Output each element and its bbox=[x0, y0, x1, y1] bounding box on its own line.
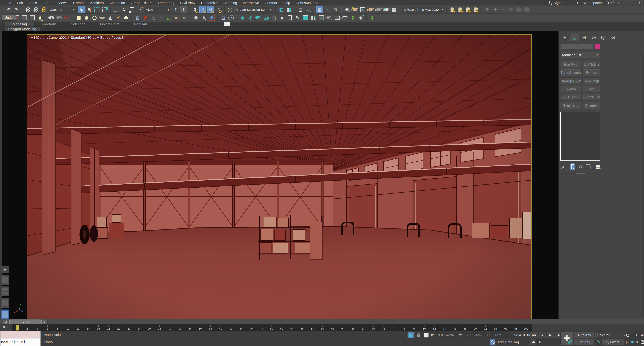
flower-icon[interactable]: ✳ bbox=[158, 14, 164, 21]
sphere-light-icon[interactable] bbox=[83, 14, 90, 21]
spinner-snap-toggle[interactable]: ⇅ bbox=[215, 6, 222, 13]
select-and-place-alt-icon[interactable]: ↥ bbox=[180, 6, 187, 13]
zoom-region-tool[interactable]: ✎ bbox=[635, 339, 640, 345]
menu-item[interactable]: Views bbox=[55, 1, 70, 5]
hf-fur-icon[interactable]: HF bbox=[173, 14, 180, 21]
render-setup-button[interactable]: ⚙ bbox=[351, 6, 358, 13]
capsule-icon[interactable] bbox=[142, 14, 149, 21]
menu-item[interactable]: File bbox=[3, 1, 14, 5]
lister-icon[interactable]: ▤ bbox=[220, 14, 227, 21]
script-open-icon[interactable] bbox=[457, 6, 464, 13]
select-and-move-icon[interactable]: ↔↕ bbox=[113, 6, 120, 13]
layout-flyout-button[interactable]: ▶ bbox=[1, 266, 9, 273]
disc-light-icon[interactable] bbox=[91, 14, 98, 21]
go-to-start-button[interactable]: |◀◀ bbox=[530, 332, 538, 338]
script-pin-icon[interactable] bbox=[472, 6, 480, 13]
displace-object-icon[interactable] bbox=[208, 14, 215, 21]
corona-proxy-icon[interactable]: ▤▲ bbox=[270, 14, 278, 21]
undo-button[interactable]: ↶ bbox=[5, 6, 12, 13]
modifier-preset-button[interactable]: TurboSmooth bbox=[560, 69, 581, 76]
modifier-preset-button[interactable]: Sweep bbox=[560, 86, 581, 92]
snap-toggle-3d[interactable]: 3 bbox=[192, 6, 198, 13]
previous-frame-button[interactable]: ◀ bbox=[3, 320, 8, 324]
scene-explorer-toggle[interactable]: ▤ bbox=[297, 6, 304, 13]
menu-item[interactable]: Interactive bbox=[240, 1, 262, 5]
next-frame-button[interactable]: ▶ bbox=[42, 320, 48, 324]
corona-quad-window-icon[interactable] bbox=[310, 14, 317, 21]
rendered-frame-window-button[interactable] bbox=[359, 6, 366, 13]
unlink-selection-icon[interactable] bbox=[32, 6, 39, 13]
orbit-tool[interactable]: ↻ bbox=[635, 332, 640, 339]
key-filters-button[interactable]: Key Filters... bbox=[602, 339, 624, 345]
pin-stack-button[interactable] bbox=[561, 163, 566, 170]
rectangular-selection-region-icon[interactable] bbox=[94, 6, 100, 13]
modifier-stack[interactable] bbox=[560, 112, 600, 161]
ellipse-light-icon[interactable] bbox=[122, 14, 130, 21]
bind-to-spacewarp-icon[interactable]: ≋ bbox=[40, 6, 47, 13]
panel-grip[interactable] bbox=[559, 32, 644, 33]
corona-vfb-icon[interactable]: ▶ bbox=[318, 14, 325, 21]
set-key-button[interactable]: Set Key bbox=[574, 339, 594, 345]
schematic-view-button[interactable]: ▦↓ bbox=[332, 6, 339, 13]
maximize-viewport-toggle[interactable] bbox=[640, 339, 644, 345]
teapot-object-icon[interactable] bbox=[99, 14, 106, 21]
vray-update-chevrons-icon[interactable]: ∨∨ bbox=[368, 14, 376, 21]
zoom-tool[interactable] bbox=[625, 332, 630, 339]
auto-key-button[interactable]: Auto Key bbox=[574, 332, 594, 338]
render-in-cloud-button[interactable]: ☁ bbox=[383, 6, 390, 13]
camera-viewport[interactable]: [ + ] [CoronaCamera001 ] [Standard ] [Cl… bbox=[27, 34, 532, 319]
sphere-object-icon[interactable] bbox=[192, 14, 200, 21]
listener-pane[interactable]: MAXScript Mi bbox=[0, 339, 40, 346]
align-icon[interactable] bbox=[286, 6, 293, 13]
select-and-link-icon[interactable] bbox=[24, 6, 31, 13]
corona-tree-icon[interactable] bbox=[278, 14, 286, 21]
modifier-preset-button[interactable]: FFD 4x4x4 bbox=[560, 94, 581, 101]
macro-recorder-pane[interactable] bbox=[0, 331, 40, 339]
ribbon-tab[interactable]: Freeform bbox=[34, 22, 64, 26]
zerox-icon[interactable]: 0x bbox=[181, 14, 188, 21]
y-coordinate-field[interactable]: -327.161cm bbox=[463, 332, 485, 338]
modifier-preset-button[interactable]: Edit Spline bbox=[582, 61, 600, 68]
corona-portal-icon[interactable]: ▲ bbox=[286, 14, 293, 21]
tab-hierarchy[interactable]: ⊞ bbox=[580, 33, 589, 41]
layout-quad-tab-3[interactable] bbox=[1, 298, 9, 308]
polygon-modeling-panel-tab[interactable]: Polygon Modeling bbox=[4, 26, 40, 31]
tab-display[interactable] bbox=[599, 33, 608, 41]
select-by-name-icon[interactable]: ☰▲ bbox=[86, 6, 92, 13]
set-keys-button[interactable]: ✚ bbox=[560, 332, 573, 345]
render-settings-window-icon[interactable] bbox=[29, 14, 36, 21]
menu-item[interactable]: Modifiers bbox=[86, 1, 106, 5]
remove-modifier-button[interactable] bbox=[586, 163, 591, 170]
tab-modify[interactable]: ◱ bbox=[570, 33, 579, 41]
help-icon[interactable]: ? bbox=[228, 14, 234, 21]
absolute-mode-toggle[interactable]: ✛ bbox=[423, 332, 429, 338]
rollout-splitter[interactable] bbox=[560, 174, 600, 175]
corona-lightlister-icon[interactable]: ⚙ bbox=[357, 14, 364, 21]
ribbon-tab[interactable]: Modeling bbox=[5, 22, 34, 26]
menu-item[interactable]: Help bbox=[280, 1, 293, 5]
layer-explorer-toggle[interactable]: ≡▾ bbox=[305, 6, 312, 13]
menu-item[interactable]: Tools bbox=[26, 1, 40, 5]
corona-update-chevrons-icon[interactable]: ∨∨ bbox=[349, 14, 356, 21]
layout-single-tab-active[interactable] bbox=[1, 310, 9, 320]
zoom-all-tool[interactable]: ▷ bbox=[625, 339, 630, 345]
rect-light-icon[interactable] bbox=[75, 14, 82, 21]
mini-curve-editor-button[interactable]: ~ bbox=[2, 325, 11, 330]
field-of-view-tool[interactable] bbox=[630, 339, 635, 345]
object-name-field[interactable] bbox=[560, 43, 593, 49]
cone-light-icon[interactable] bbox=[107, 14, 114, 21]
percent-snap-toggle[interactable]: % bbox=[207, 6, 214, 13]
curve-editor-button[interactable]: ~ bbox=[324, 6, 331, 13]
x-coordinate-field[interactable]: -984.542cm bbox=[436, 332, 457, 338]
tower-icon[interactable]: △ bbox=[150, 14, 157, 21]
grass-icon[interactable] bbox=[165, 14, 172, 21]
selection-filter-select[interactable]: Geo...try▼ bbox=[48, 7, 77, 13]
camera-icon[interactable] bbox=[48, 14, 55, 21]
ribbon-tab[interactable]: Populate bbox=[126, 22, 155, 26]
pan-tool[interactable]: ☰ bbox=[630, 332, 635, 339]
corona-teapot-icon[interactable] bbox=[342, 14, 348, 21]
isolate-selection-toggle[interactable] bbox=[408, 332, 414, 338]
play-button[interactable]: ▶ bbox=[547, 332, 554, 338]
z-coordinate-field[interactable]: 0.0cm bbox=[491, 332, 508, 338]
render-production-button[interactable] bbox=[367, 6, 374, 13]
